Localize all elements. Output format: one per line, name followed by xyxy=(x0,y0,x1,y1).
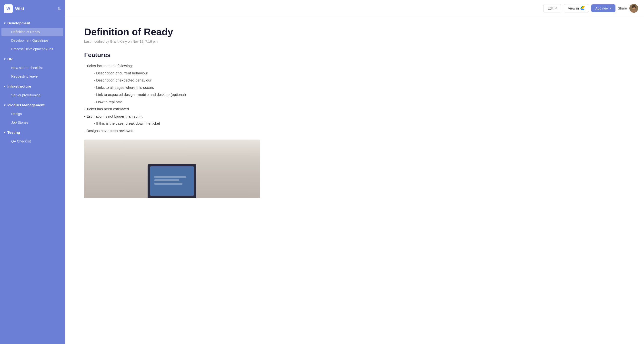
chevron-infrastructure-icon: ▾ xyxy=(4,85,5,88)
sidebar-item-process-development-audit[interactable]: Process/Development Audit xyxy=(2,45,63,53)
sort-icon[interactable]: ⇅ xyxy=(58,6,61,11)
sidebar-item-development-guidelines[interactable]: Development Guidelines xyxy=(2,36,63,45)
body-line-9: - If this is the case, break down the ti… xyxy=(84,120,624,126)
edit-button[interactable]: Edit ↗ xyxy=(543,4,561,12)
share-button[interactable]: Share xyxy=(618,6,627,10)
screen-content xyxy=(154,176,190,186)
body-line-5: - Link to expected design - mobile and d… xyxy=(84,92,624,98)
google-drive-icon xyxy=(580,6,585,10)
features-heading: Features xyxy=(84,51,624,59)
nav-group-testing[interactable]: ▾ Testing xyxy=(0,128,65,137)
screen-line-2 xyxy=(154,179,179,181)
page-meta: Last modified by Grant Kiely on Nov 18, … xyxy=(84,40,624,44)
body-line-6: - How to replicate xyxy=(84,99,624,105)
content-area: Definition of Ready Last modified by Gra… xyxy=(65,17,644,344)
sidebar-item-qa-checklist[interactable]: QA Checklist xyxy=(2,137,63,146)
wiki-logo: W Wiki xyxy=(4,4,24,13)
external-link-icon: ↗ xyxy=(555,6,557,10)
sidebar-item-design[interactable]: Design xyxy=(2,110,63,118)
nav-group-development[interactable]: ▾ Development xyxy=(0,18,65,28)
add-new-chevron-icon: ▾ xyxy=(610,6,612,10)
view-in-button[interactable]: View in xyxy=(564,4,589,12)
svg-point-7 xyxy=(635,6,636,8)
sidebar-item-new-starter-checklist[interactable]: New starter checklist xyxy=(2,64,63,72)
svg-point-6 xyxy=(632,6,633,8)
wiki-icon: W xyxy=(4,4,13,13)
nav-section-hr: ▾ HR New starter checklist Requesting le… xyxy=(0,54,65,81)
nav-section-product-management: ▾ Product Management Design Job Stories xyxy=(0,100,65,127)
add-new-button[interactable]: Add new ▾ xyxy=(591,4,615,12)
screen-line-3 xyxy=(154,183,182,185)
user-avatar-image xyxy=(629,4,638,13)
body-line-3: - Description of expected behaviour xyxy=(84,77,624,84)
page-title: Definition of Ready xyxy=(84,26,624,38)
body-line-8: - Estimation is not bigger than sprint xyxy=(84,113,624,120)
sidebar-item-job-stories[interactable]: Job Stories xyxy=(2,118,63,126)
avatar[interactable] xyxy=(629,4,638,13)
nav-section-infrastructure: ▾ Infrastructure Server provisioning xyxy=(0,82,65,100)
sidebar-item-server-provisioning[interactable]: Server provisioning xyxy=(2,91,63,99)
wiki-title: Wiki xyxy=(15,6,24,12)
main-content-area: Edit ↗ View in Add new ▾ Share xyxy=(65,0,644,344)
sidebar-item-definition-of-ready[interactable]: Definition of Ready xyxy=(2,28,63,36)
nav-section-development: ▾ Development Definition of Ready Develo… xyxy=(0,18,65,54)
chevron-product-management-icon: ▾ xyxy=(4,104,5,107)
body-line-7: - Ticket has been estimated xyxy=(84,106,624,112)
nav-group-infrastructure[interactable]: ▾ Infrastructure xyxy=(0,82,65,91)
laptop-shape xyxy=(148,164,196,198)
chevron-testing-icon: ▾ xyxy=(4,131,5,134)
chevron-development-icon: ▾ xyxy=(4,22,5,25)
body-line-4: - Links to all pages where this occurs xyxy=(84,84,624,91)
laptop-screen xyxy=(150,166,194,196)
body-line-10: - Designs have been reviewed xyxy=(84,128,624,134)
content-body: - Ticket includes the following: - Descr… xyxy=(84,63,624,134)
nav-section-testing: ▾ Testing QA Checklist xyxy=(0,128,65,146)
sidebar: W Wiki ⇅ ▾ Development Definition of Rea… xyxy=(0,0,65,344)
chevron-hr-icon: ▾ xyxy=(4,57,5,61)
topbar: Edit ↗ View in Add new ▾ Share xyxy=(65,0,644,17)
content-image xyxy=(84,140,260,198)
sidebar-header: W Wiki ⇅ xyxy=(0,0,65,18)
sidebar-item-requesting-leave[interactable]: Requesting leave xyxy=(2,72,63,80)
nav-group-hr[interactable]: ▾ HR xyxy=(0,54,65,64)
screen-line-1 xyxy=(154,176,186,178)
body-line-1: - Ticket includes the following: xyxy=(84,63,624,69)
nav-group-product-management[interactable]: ▾ Product Management xyxy=(0,100,65,110)
body-line-2: - Description of current behaviour xyxy=(84,70,624,76)
